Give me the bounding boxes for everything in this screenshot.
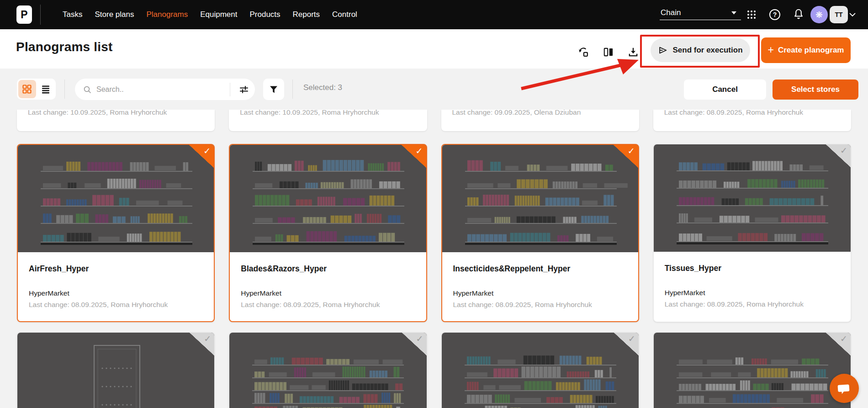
flower-icon: ❋ xyxy=(815,10,823,20)
planogram-card[interactable]: Last change: 08.09.2025, Roma Hryhorchuk xyxy=(653,110,851,131)
chat-bubble-icon xyxy=(836,380,853,397)
planogram-title: Tissues_Hyper xyxy=(665,264,840,273)
search-bar xyxy=(75,79,255,100)
planogram-card[interactable]: ✓ xyxy=(441,332,639,408)
planogram-thumbnail: ✓ xyxy=(442,145,638,252)
nav-item-control[interactable]: Control xyxy=(332,10,357,19)
planogram-card[interactable]: Last change: 10.09.2025, Roma Hryhorchuk xyxy=(229,110,427,131)
planogram-card[interactable]: Last change: 10.09.2025, Roma Hryhorchuk xyxy=(17,110,215,131)
nav-item-tasks[interactable]: Tasks xyxy=(63,10,82,19)
nav-menu: TasksStore plansPlanogramsEquipmentProdu… xyxy=(63,0,357,29)
planogram-card[interactable]: ✓ Insecticides&Reppelent_Hyper HyperMark… xyxy=(441,144,639,322)
selected-count-label: Selected: 3 xyxy=(303,83,342,92)
page-title: Planograms list xyxy=(16,40,113,54)
planogram-last-change: Last change: 08.09.2025, Roma Hryhorchuk xyxy=(665,300,840,308)
planogram-card[interactable]: ✓ xyxy=(17,332,215,408)
download-icon[interactable] xyxy=(626,45,640,59)
checkmark-icon: ✓ xyxy=(203,146,211,156)
card-info: AirFresh_Hyper HyperMarket Last change: … xyxy=(18,252,214,309)
toolbar-separator xyxy=(292,79,293,99)
selection-checkbox[interactable]: ✓ xyxy=(402,333,427,355)
nav-item-products[interactable]: Products xyxy=(249,10,280,19)
search-icon xyxy=(83,85,92,94)
nav-item-equipment[interactable]: Equipment xyxy=(200,10,237,19)
user-menu-chevron-icon[interactable] xyxy=(849,12,856,17)
list-view-button[interactable] xyxy=(37,80,55,98)
nav-item-planograms[interactable]: Planograms xyxy=(146,10,188,19)
planogram-title: Blades&Razors_Hyper xyxy=(241,264,415,274)
checkmark-icon: ✓ xyxy=(416,146,423,156)
selection-checkbox[interactable]: ✓ xyxy=(826,144,851,167)
chain-select[interactable]: Chain xyxy=(660,6,741,20)
filter-button[interactable] xyxy=(263,79,284,100)
planogram-market: HyperMarket xyxy=(241,289,415,297)
notifications-bell-icon[interactable] xyxy=(792,7,805,22)
planogram-market: HyperMarket xyxy=(29,289,203,297)
planogram-thumbnail: ✓ xyxy=(18,145,214,252)
list-view-icon xyxy=(41,84,51,94)
nav-item-reports[interactable]: Reports xyxy=(293,10,320,19)
card-info: Insecticides&Reppelent_Hyper HyperMarket… xyxy=(442,252,638,309)
page-header: Planograms list Send for execution + Cre… xyxy=(0,29,868,69)
cancel-button[interactable]: Cancel xyxy=(684,79,766,100)
plus-icon: + xyxy=(768,44,774,56)
top-nav: P TasksStore plansPlanogramsEquipmentPro… xyxy=(0,0,868,29)
search-input[interactable] xyxy=(96,85,230,94)
planogram-card[interactable]: ✓ Tissues_Hyper HyperMarket Last change:… xyxy=(653,144,851,322)
planogram-thumbnail: ✓ xyxy=(654,333,851,408)
chain-caret-icon xyxy=(731,11,736,15)
checkmark-icon: ✓ xyxy=(840,145,847,156)
send-icon xyxy=(658,45,668,55)
planogram-card[interactable]: Last change: 09.09.2025, Olena Dziuban xyxy=(441,110,639,131)
selection-checkbox[interactable]: ✓ xyxy=(189,145,214,168)
planogram-last-change: Last change: 09.09.2025, Olena Dziuban xyxy=(452,110,628,117)
checkmark-icon: ✓ xyxy=(840,334,847,344)
card-info: Blades&Razors_Hyper HyperMarket Last cha… xyxy=(230,252,426,309)
card-row-clipped: Last change: 10.09.2025, Roma Hryhorchuk… xyxy=(17,110,851,131)
svg-text:?: ? xyxy=(773,11,777,18)
planogram-card[interactable]: ✓ AirFresh_Hyper HyperMarket Last change… xyxy=(17,144,215,322)
view-toggle xyxy=(17,79,56,100)
selection-checkbox[interactable]: ✓ xyxy=(402,145,426,168)
planogram-market: HyperMarket xyxy=(665,289,840,297)
checkmark-icon: ✓ xyxy=(416,334,423,344)
selection-checkbox[interactable]: ✓ xyxy=(614,145,638,168)
toolbar: Selected: 3 Cancel Select stores xyxy=(0,69,868,110)
transfer-planogram-icon[interactable] xyxy=(576,45,591,59)
user-avatar[interactable]: TT xyxy=(830,6,848,23)
chat-widget-button[interactable] xyxy=(830,374,859,403)
checkmark-icon: ✓ xyxy=(628,334,635,344)
planogram-last-change: Last change: 10.09.2025, Roma Hryhorchuk xyxy=(28,110,204,117)
app-logo[interactable]: P xyxy=(16,5,32,24)
tune-icon xyxy=(239,85,249,95)
card-row-bottom: ✓ ✓ ✓ ✓ xyxy=(17,332,851,408)
select-stores-button[interactable]: Select stores xyxy=(773,79,858,100)
selection-checkbox[interactable]: ✓ xyxy=(826,333,851,355)
nav-divider xyxy=(40,5,41,25)
planograms-grid: Last change: 10.09.2025, Roma Hryhorchuk… xyxy=(0,110,868,408)
planogram-last-change: Last change: 08.09.2025, Roma Hryhorchuk xyxy=(453,301,627,309)
compare-planograms-icon[interactable] xyxy=(601,45,616,59)
card-info: Tissues_Hyper HyperMarket Last change: 0… xyxy=(654,252,851,308)
planogram-last-change: Last change: 08.09.2025, Roma Hryhorchuk xyxy=(241,301,415,309)
toolbar-separator xyxy=(64,79,65,99)
grid-view-button[interactable] xyxy=(18,80,36,98)
selection-checkbox[interactable]: ✓ xyxy=(190,333,214,355)
planogram-thumbnail: ✓ xyxy=(229,333,426,408)
planogram-card[interactable]: ✓ Blades&Razors_Hyper HyperMarket Last c… xyxy=(229,144,427,322)
planogram-card[interactable]: ✓ xyxy=(229,332,427,408)
chain-select-label: Chain xyxy=(661,8,681,17)
help-icon[interactable]: ? xyxy=(768,8,782,21)
planogram-card[interactable]: ✓ xyxy=(653,332,851,408)
workspace-avatar[interactable]: ❋ xyxy=(810,6,828,23)
planogram-thumbnail: ✓ xyxy=(230,145,426,252)
apps-grid-icon[interactable] xyxy=(745,8,758,21)
selection-checkbox[interactable]: ✓ xyxy=(614,333,639,355)
card-row-main: ✓ AirFresh_Hyper HyperMarket Last change… xyxy=(17,144,851,322)
create-planogram-button[interactable]: + Create planogram xyxy=(761,37,851,63)
send-for-execution-button[interactable]: Send for execution xyxy=(651,38,750,62)
checkmark-icon: ✓ xyxy=(628,146,635,156)
planogram-title: Insecticides&Reppelent_Hyper xyxy=(453,264,627,274)
nav-item-store-plans[interactable]: Store plans xyxy=(95,10,134,19)
advanced-search-button[interactable] xyxy=(235,80,253,99)
